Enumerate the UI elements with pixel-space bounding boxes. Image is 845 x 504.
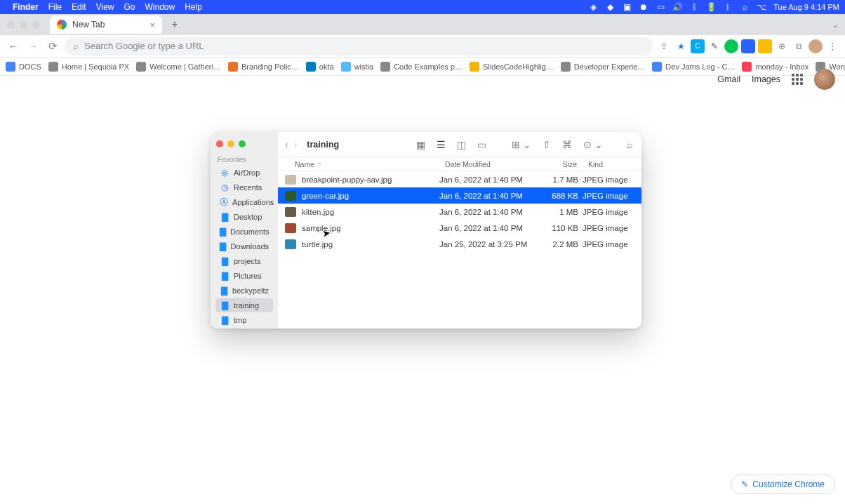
bookmark-item[interactable]: Welcome | Gatheri…	[136, 62, 221, 72]
sidebar-item[interactable]: ▇rebeccapeltz	[215, 328, 273, 329]
sidebar-item[interactable]: ▇Pictures	[215, 269, 273, 283]
file-thumbnail	[285, 239, 296, 249]
bookmark-item[interactable]: wistia	[341, 62, 374, 72]
file-size: 688 KB	[538, 192, 583, 200]
extension-icon[interactable]	[741, 39, 755, 53]
finder-back-button[interactable]: ‹	[285, 139, 288, 150]
window-controls[interactable]	[7, 21, 40, 29]
extension-icon[interactable]: ⊕	[775, 39, 789, 53]
spotlight-icon[interactable]: ⌕	[740, 2, 750, 12]
sidebar-item[interactable]: ▇Desktop	[215, 210, 273, 224]
search-button[interactable]: ⌕	[625, 139, 634, 150]
control-center-icon[interactable]: ⌥	[757, 2, 766, 12]
bookmark-item[interactable]: Home | Sequoia PX	[48, 62, 129, 72]
screen-record-icon[interactable]: ⏺	[639, 2, 648, 12]
images-link[interactable]: Images	[752, 74, 780, 84]
status-icon[interactable]: ◈	[588, 2, 598, 12]
gmail-link[interactable]: Gmail	[717, 74, 740, 84]
file-date: Jan 6, 2022 at 1:40 PM	[439, 175, 538, 184]
sidebar-item[interactable]: ◎AirDrop	[215, 166, 273, 180]
file-row[interactable]: breakpoint-puppy-sav.jpgJan 6, 2022 at 1…	[278, 171, 641, 187]
bookmark-label: Developer Experie…	[574, 62, 646, 71]
zoom-button[interactable]	[239, 140, 246, 147]
menu-view[interactable]: View	[96, 2, 114, 12]
file-size: 110 KB	[538, 224, 583, 232]
google-apps-icon[interactable]	[792, 74, 803, 85]
airdrop-icon: ◎	[220, 168, 229, 178]
file-row[interactable]: kitten.jpgJan 6, 2022 at 1:40 PM1 MBJPEG…	[278, 204, 641, 220]
bookmark-item[interactable]: SlidesCodeHighlig…	[470, 62, 554, 72]
display-icon[interactable]: ▭	[656, 2, 665, 12]
gallery-view-button[interactable]: ▭	[475, 139, 488, 150]
bookmark-label: wistia	[354, 62, 374, 71]
chrome-menu-icon[interactable]: ⋮	[825, 39, 839, 53]
tab-close-icon[interactable]: ×	[149, 20, 155, 30]
sidebar-item[interactable]: ▇beckypeltz	[215, 284, 273, 298]
back-button[interactable]: ←	[6, 39, 21, 54]
bookmark-item[interactable]: okta	[306, 62, 334, 72]
sidebar-item[interactable]: ▇tmp	[215, 313, 273, 327]
action-button[interactable]: ⊙ ⌄	[581, 139, 605, 150]
extensions-menu-icon[interactable]: ⧉	[792, 39, 806, 53]
battery-icon[interactable]: 🔋	[706, 2, 716, 12]
reload-button[interactable]: ⟳	[45, 39, 60, 54]
menu-go[interactable]: Go	[124, 2, 135, 12]
sidebar-item[interactable]: ▇training	[215, 298, 273, 312]
column-header-kind[interactable]: Kind	[583, 160, 641, 168]
file-size: 2.2 MB	[538, 240, 583, 248]
extension-icon[interactable]	[724, 39, 738, 53]
close-button[interactable]	[216, 140, 223, 147]
customize-chrome-button[interactable]: ✎ Customize Chrome	[731, 475, 835, 494]
sidebar-item[interactable]: ⒶApplications	[215, 195, 273, 209]
menu-file[interactable]: File	[48, 2, 62, 12]
file-row[interactable]: sample.jpgJan 6, 2022 at 1:40 PM110 KBJP…	[278, 220, 641, 236]
share-button[interactable]: ⇧	[540, 139, 553, 150]
status-icon[interactable]: ◆	[605, 2, 615, 12]
bookmark-item[interactable]: Branding Polic…	[228, 62, 299, 72]
menu-window[interactable]: Window	[145, 2, 175, 12]
minimize-button[interactable]	[227, 140, 234, 147]
bluetooth-icon[interactable]: ᛒ	[689, 2, 699, 12]
sidebar-item[interactable]: ▇projects	[215, 254, 273, 268]
bookmark-item[interactable]: Code Examples p…	[380, 62, 463, 72]
extension-icon[interactable]: C	[691, 39, 705, 53]
menubar-app-name[interactable]: Finder	[13, 2, 39, 12]
share-icon[interactable]: ⇪	[657, 39, 671, 53]
menubar-clock[interactable]: Tue Aug 9 4:14 PM	[773, 3, 839, 11]
icon-view-button[interactable]: ▦	[414, 139, 427, 150]
google-account-avatar[interactable]	[814, 69, 835, 90]
tags-button[interactable]: ⌘	[560, 139, 574, 150]
address-bar[interactable]: ⌕ Search Google or type a URL	[65, 37, 653, 55]
column-view-button[interactable]: ◫	[455, 139, 468, 150]
sidebar-item[interactable]: ▇Documents	[215, 225, 273, 239]
finder-forward-button[interactable]: ›	[294, 139, 298, 150]
bookmark-item[interactable]: DOCS	[6, 62, 41, 72]
column-header-size[interactable]: Size	[538, 160, 583, 168]
bookmark-item[interactable]: Developer Experie…	[561, 62, 646, 72]
finder-window[interactable]: Favorites ◎AirDrop◷RecentsⒶApplications▇…	[211, 132, 641, 329]
bookmark-star-icon[interactable]: ★	[674, 39, 688, 53]
finder-sidebar: Favorites ◎AirDrop◷RecentsⒶApplications▇…	[211, 132, 278, 329]
tabs-menu-icon[interactable]: ⌄	[832, 21, 838, 29]
file-row[interactable]: green-car.jpgJan 6, 2022 at 1:40 PM688 K…	[278, 187, 641, 204]
forward-button[interactable]: →	[25, 39, 41, 54]
profile-icon[interactable]	[809, 39, 823, 53]
sidebar-item[interactable]: ▇Downloads	[215, 239, 273, 253]
finder-column-headers[interactable]: Name⌃ Date Modified Size Kind	[278, 157, 641, 171]
extension-icon[interactable]	[758, 39, 772, 53]
new-tab-button[interactable]: +	[166, 16, 183, 33]
sidebar-item[interactable]: ◷Recents	[215, 180, 273, 194]
finder-file-list[interactable]: breakpoint-puppy-sav.jpgJan 6, 2022 at 1…	[278, 171, 641, 252]
browser-tab[interactable]: New Tab ×	[50, 15, 162, 34]
column-header-date[interactable]: Date Modified	[439, 160, 538, 168]
wifi-icon[interactable]: ⧘	[723, 2, 733, 12]
list-view-button[interactable]: ☰	[434, 139, 448, 150]
group-by-button[interactable]: ⊞ ⌄	[510, 139, 533, 150]
column-header-name[interactable]: Name⌃	[278, 160, 439, 168]
status-icon[interactable]: ▣	[622, 2, 632, 12]
extension-icon[interactable]: ✎	[707, 39, 721, 53]
volume-icon[interactable]: 🔊	[672, 2, 682, 12]
menu-edit[interactable]: Edit	[72, 2, 86, 12]
menu-help[interactable]: Help	[185, 2, 202, 12]
file-row[interactable]: turtle.jpgJan 25, 2022 at 3:25 PM2.2 MBJ…	[278, 236, 641, 252]
